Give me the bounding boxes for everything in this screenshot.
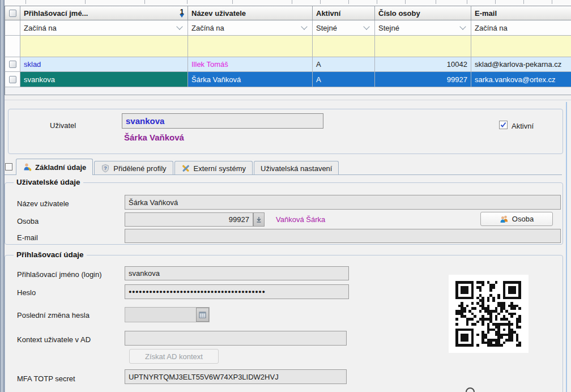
user-fullname: Šárka Vaňková	[124, 133, 184, 142]
toolbar-separator	[187, 0, 188, 4]
email-label: E-mail	[17, 233, 38, 242]
filter-dropdown-person-no[interactable]: Stejné	[375, 20, 471, 36]
filter-dropdown-login[interactable]: Začíná na	[20, 20, 188, 36]
login-field[interactable]: svankova	[125, 266, 349, 280]
login-data-legend: Přihlašovací údaje	[14, 250, 87, 259]
ad-context-label: Kontext uživatele v AD	[17, 335, 91, 344]
column-header-active[interactable]: Aktivní	[313, 6, 375, 20]
detail-pin-checkbox[interactable]	[5, 163, 12, 171]
person-number-field[interactable]: 99927	[125, 212, 253, 227]
sort-indicator[interactable]: 1	[180, 9, 184, 18]
user-key-icon	[23, 163, 32, 172]
tab-pridelene-profily[interactable]: ? Přidělené profily	[94, 161, 173, 175]
table-header-row: Přihlašovací jmé... 1 Název uživatele Ak…	[5, 6, 571, 20]
cell-person-no[interactable]: 10042	[375, 57, 471, 72]
column-header-login[interactable]: Přihlašovací jmé... 1	[20, 6, 188, 20]
filter-dropdown-email[interactable]: Začíná na	[471, 20, 571, 36]
tab-uzivatelska-nastaveni[interactable]: Uživatelská nastavení	[254, 161, 339, 175]
filter-mode-label: Začíná na	[191, 24, 224, 32]
cell-email[interactable]: sklad@karlova-pekarna.cz	[471, 57, 571, 72]
row-checkbox[interactable]	[9, 61, 16, 68]
column-header-name[interactable]: Název uživatele	[188, 6, 313, 20]
toolbar-separator	[495, 0, 496, 4]
toolbar-separator	[144, 0, 145, 4]
email-field[interactable]	[125, 229, 561, 243]
person-label: Osoba	[17, 217, 39, 225]
login-value: svankova	[129, 269, 160, 278]
column-header-label: Číslo osoby	[378, 9, 420, 18]
select-all-checkbox[interactable]	[9, 10, 16, 17]
filter-input-person-no[interactable]	[375, 36, 471, 57]
column-header-label: E-mail	[475, 9, 497, 18]
table-row[interactable]: sklad Illek Tomáš A 10042 sklad@karlova-…	[5, 57, 571, 72]
calendar-button[interactable]	[196, 308, 209, 322]
password-dots: ●●●●●●●●●●●●●●●●●●●●●●●●●●●●●●●●●●●●●●●●	[129, 289, 265, 295]
ad-context-field[interactable]	[125, 331, 347, 346]
filter-entry-row	[5, 36, 571, 57]
toolbar-separator	[292, 0, 292, 4]
cell-login-focused[interactable]: svankova	[20, 72, 188, 87]
person-lookup-button[interactable]	[253, 212, 265, 227]
row-checkbox-cell[interactable]	[5, 57, 20, 72]
filter-mode-label: Začíná na	[24, 24, 57, 32]
column-header-email[interactable]: E-mail	[471, 6, 571, 20]
cell-login[interactable]: sklad	[20, 57, 188, 72]
tab-externi-systemy[interactable]: Externí systémy	[174, 161, 253, 175]
row-checkbox[interactable]	[9, 76, 16, 83]
totp-label: MFA TOTP secret	[17, 374, 75, 383]
cell-email[interactable]: sarka.vankova@ortex.cz	[471, 72, 571, 87]
user-label: Uživatel	[50, 121, 76, 130]
user-login-value: svankova	[126, 116, 164, 126]
active-checkbox-label: Aktivní	[512, 122, 534, 130]
password-field[interactable]: ●●●●●●●●●●●●●●●●●●●●●●●●●●●●●●●●●●●●●●●●	[125, 284, 349, 299]
cell-name[interactable]: Šárka Vaňková	[188, 72, 313, 87]
user-login-field[interactable]: svankova	[122, 113, 323, 129]
select-all-cell[interactable]	[5, 6, 20, 20]
filter-mode-label: Stejné	[378, 24, 399, 32]
chevron-down-icon	[459, 23, 466, 29]
filter-input-name[interactable]	[188, 36, 313, 57]
table-row-selected[interactable]: svankova Šárka Vaňková A 99927 sarka.van…	[5, 72, 571, 87]
get-ad-context-label: Získat AD kontext	[145, 352, 203, 361]
cell-active[interactable]: A	[313, 72, 375, 87]
osoba-button-label: Osoba	[512, 215, 534, 223]
toolbar-separator	[436, 0, 436, 4]
column-header-label: Aktivní	[316, 9, 340, 18]
active-checkbox[interactable]	[499, 121, 508, 129]
filter-input-email[interactable]	[471, 36, 571, 57]
toolbar-separator	[552, 0, 552, 4]
totp-secret-field[interactable]: UPTNYRTQMJ3ELT55V6W74XP3LIDW2HVJ	[125, 369, 347, 384]
table-empty-area	[5, 87, 571, 95]
filter-input-login[interactable]	[20, 36, 188, 57]
name-field[interactable]: Šárka Vaňková	[125, 195, 561, 210]
filter-mode-label: Stejné	[316, 24, 337, 32]
tab-label: Externí systémy	[194, 164, 246, 173]
toolbar-separator	[467, 0, 467, 4]
get-ad-context-button[interactable]: Získat AD kontext	[129, 349, 219, 364]
cell-person-no[interactable]: 99927	[375, 72, 471, 87]
toolbar-separator	[85, 0, 86, 4]
cell-name[interactable]: Illek Tomáš	[188, 57, 313, 72]
toolbar-separator	[405, 0, 406, 4]
cell-active[interactable]: A	[313, 57, 375, 72]
totp-secret-value: UPTNYRTQMJ3ELT55V6W74XP3LIDW2HVJ	[129, 373, 279, 381]
chevron-down-icon	[301, 23, 307, 29]
toolbar-separator	[320, 0, 321, 4]
panel-right-edge	[566, 102, 567, 392]
tab-label: Základní údaje	[35, 163, 86, 172]
column-header-person-no[interactable]: Číslo osoby	[375, 6, 471, 20]
detail-tabs: Základní údaje ? Přidělené profily Exter…	[16, 159, 340, 175]
calendar-icon	[199, 311, 206, 318]
filter-dropdown-name[interactable]: Začíná na	[188, 20, 313, 36]
chevron-down-icon	[176, 23, 182, 29]
tab-zakladni-udaje[interactable]: Základní údaje	[16, 159, 93, 175]
toolbar-separator	[25, 0, 26, 4]
toolbar-separator	[348, 0, 349, 4]
filter-row: Začíná na Začíná na Stejné Stejné Začíná…	[5, 20, 571, 36]
splitter[interactable]	[5, 100, 571, 100]
filter-input-active[interactable]	[313, 36, 375, 57]
name-label: Název uživatele	[17, 199, 69, 208]
osoba-button[interactable]: Osoba	[480, 212, 553, 226]
row-checkbox-cell[interactable]	[5, 72, 20, 87]
filter-dropdown-active[interactable]: Stejné	[313, 20, 375, 36]
